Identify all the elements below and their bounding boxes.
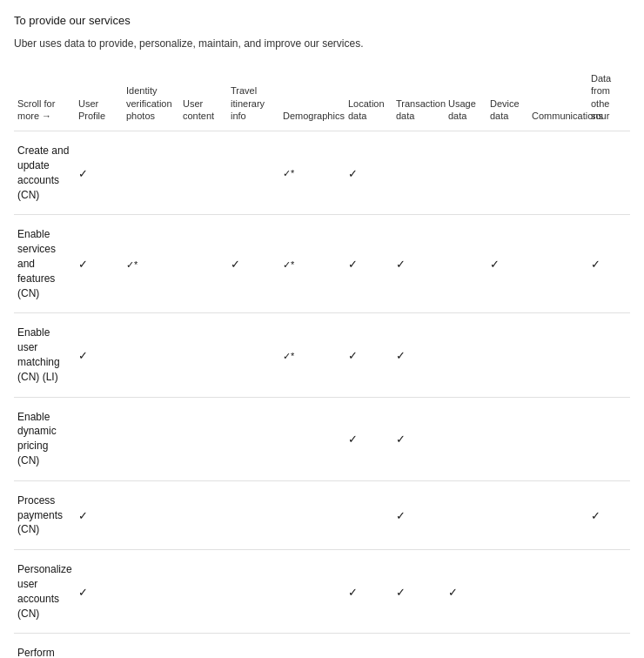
check-cell-data_from (587, 131, 630, 215)
check-cell-communications (528, 131, 587, 215)
check-cell-communications (528, 634, 587, 658)
col-header-demographics: Demographics (279, 67, 345, 131)
check-cell-usage (445, 397, 486, 480)
col-header-scroll: Scroll for more → (14, 67, 75, 131)
check-cell-user_content (179, 313, 227, 397)
data-table: Scroll for more → User Profile Identity … (14, 67, 630, 658)
check-cell-user_content (179, 131, 227, 215)
check-cell-user_content (179, 480, 227, 549)
check-cell-identity (123, 131, 179, 215)
check-cell-transaction: ✓ (392, 313, 445, 397)
check-cell-usage (445, 313, 486, 397)
col-header-transaction: Transaction data (392, 67, 445, 131)
check-cell-travel (227, 550, 279, 634)
col-header-usage: Usage data (445, 67, 486, 131)
check-cell-profile: ✓ (75, 480, 123, 549)
check-cell-usage (445, 131, 486, 215)
check-cell-device (486, 480, 528, 549)
check-cell-profile: ✓ (75, 131, 123, 215)
col-header-communications: Communications (528, 67, 587, 131)
check-cell-location (345, 480, 392, 549)
check-cell-communications (528, 480, 587, 549)
page-title: To provide our services (14, 14, 630, 27)
check-cell-communications (528, 397, 587, 480)
check-cell-identity (123, 480, 179, 549)
check-cell-transaction: ✓ (392, 550, 445, 634)
check-cell-data_from (587, 550, 630, 634)
row-label: Create and update accounts (CN) (14, 131, 75, 215)
check-cell-data_from (587, 313, 630, 397)
table-row: Create and update accounts (CN)✓✓*✓ (14, 131, 630, 215)
check-cell-identity (123, 313, 179, 397)
check-cell-usage: ✓ (445, 634, 486, 658)
table-row: Personalize user accounts (CN)✓✓✓✓ (14, 550, 630, 634)
table-row: Enable services and features (CN)✓✓*✓✓*✓… (14, 215, 630, 313)
check-cell-identity (123, 634, 179, 658)
col-header-device: Device data (486, 67, 528, 131)
check-cell-location: ✓ (345, 215, 392, 313)
row-label: Enable dynamic pricing (CN) (14, 397, 75, 480)
table-row: Enable dynamic pricing (CN)✓✓ (14, 397, 630, 480)
check-cell-communications (528, 215, 587, 313)
col-header-data-from: Data from othe sour (587, 67, 630, 131)
check-cell-device (486, 550, 528, 634)
check-cell-device (486, 313, 528, 397)
check-cell-location: ✓ (345, 313, 392, 397)
check-cell-transaction (392, 634, 445, 658)
table-row: Process payments (CN)✓✓✓ (14, 480, 630, 549)
check-cell-identity: ✓* (123, 215, 179, 313)
row-label: Personalize user accounts (CN) (14, 550, 75, 634)
check-cell-device: ✓ (486, 634, 528, 658)
check-cell-travel (227, 480, 279, 549)
row-label: Process payments (CN) (14, 480, 75, 549)
check-cell-profile: ✓ (75, 550, 123, 634)
check-cell-travel: ✓ (227, 215, 279, 313)
check-cell-demographics (279, 550, 345, 634)
check-cell-demographics (279, 634, 345, 658)
check-cell-data_from: ✓ (587, 215, 630, 313)
check-cell-demographics: ✓* (279, 313, 345, 397)
check-cell-travel (227, 313, 279, 397)
col-header-travel: Travel itinerary info (227, 67, 279, 131)
check-cell-data_from (587, 397, 630, 480)
check-cell-data_from: ✓ (587, 480, 630, 549)
check-cell-data_from (587, 634, 630, 658)
check-cell-user_content (179, 550, 227, 634)
subtitle: Uber uses data to provide, personalize, … (14, 37, 630, 50)
col-header-identity: Identity verification photos (123, 67, 179, 131)
check-cell-device (486, 131, 528, 215)
check-cell-user_content (179, 634, 227, 658)
col-header-user-content: User content (179, 67, 227, 131)
row-label: Perform our internal operations (CN) (14, 634, 75, 658)
check-cell-location: ✓ (345, 131, 392, 215)
check-cell-device: ✓ (486, 215, 528, 313)
col-header-profile: User Profile (75, 67, 123, 131)
check-cell-demographics: ✓* (279, 131, 345, 215)
check-cell-travel (227, 131, 279, 215)
check-cell-usage (445, 215, 486, 313)
check-cell-profile: ✓ (75, 313, 123, 397)
check-cell-demographics (279, 480, 345, 549)
check-cell-device (486, 397, 528, 480)
col-header-location: Location data (345, 67, 392, 131)
check-cell-demographics (279, 397, 345, 480)
check-cell-profile: ✓ (75, 634, 123, 658)
check-cell-travel (227, 634, 279, 658)
check-cell-identity (123, 550, 179, 634)
table-row: Perform our internal operations (CN)✓✓✓ (14, 634, 630, 658)
check-cell-identity (123, 397, 179, 480)
row-label: Enable user matching (CN) (LI) (14, 313, 75, 397)
check-cell-transaction: ✓ (392, 215, 445, 313)
check-cell-profile (75, 397, 123, 480)
check-cell-usage: ✓ (445, 550, 486, 634)
check-cell-transaction: ✓ (392, 397, 445, 480)
row-label: Enable services and features (CN) (14, 215, 75, 313)
check-cell-demographics: ✓* (279, 215, 345, 313)
check-cell-transaction (392, 131, 445, 215)
check-cell-location: ✓ (345, 397, 392, 480)
check-cell-communications (528, 550, 587, 634)
check-cell-profile: ✓ (75, 215, 123, 313)
check-cell-travel (227, 397, 279, 480)
table-row: Enable user matching (CN) (LI)✓✓*✓✓ (14, 313, 630, 397)
check-cell-location (345, 634, 392, 658)
